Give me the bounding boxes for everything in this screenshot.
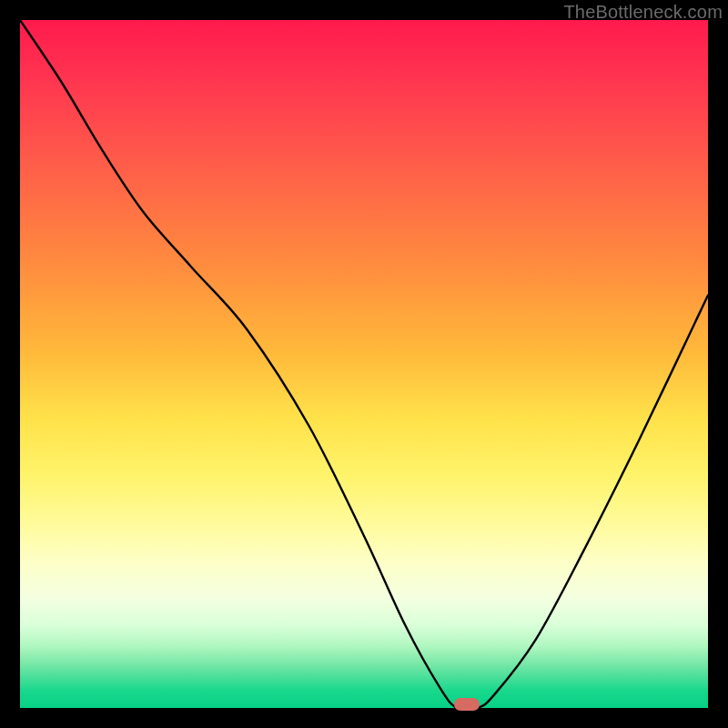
chart-frame: TheBottleneck.com xyxy=(0,0,728,728)
bottleneck-curve xyxy=(20,20,708,708)
plot-area xyxy=(20,20,708,708)
optimal-marker xyxy=(454,698,480,711)
watermark-text: TheBottleneck.com xyxy=(563,2,723,23)
